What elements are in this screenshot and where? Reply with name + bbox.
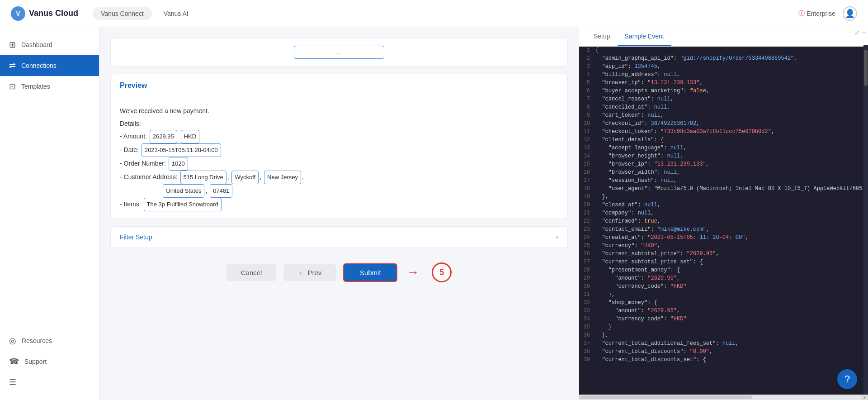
line-content: "confirmed": true, — [595, 218, 868, 224]
line-number: 35 — [579, 324, 595, 330]
preview-content: We've received a new payment. Details: -… — [120, 105, 558, 211]
filter-setup-card: Filter Setup › — [110, 226, 568, 248]
code-line: 29 "amount": "2629.95", — [579, 275, 868, 283]
line-number: 15 — [579, 161, 595, 167]
line-number: 34 — [579, 315, 595, 322]
vertical-scrollbar[interactable] — [863, 45, 868, 395]
sidebar-item-label: Support — [24, 358, 47, 365]
line-content: "current_total_additional_fees_set": nul… — [595, 340, 868, 347]
preview-message: We've received a new payment. — [120, 105, 558, 117]
logo-text: Vanus Cloud — [29, 9, 78, 18]
prev-label: Prev — [307, 269, 321, 276]
line-content: "session_hash": null, — [595, 177, 868, 184]
date-value-tag: 2023-05-15T05:11:28-04:00 — [142, 143, 221, 157]
prev-button[interactable]: ← Prev — [283, 264, 336, 281]
line-content: "amount": "2629.95", — [595, 275, 868, 281]
info-icon: ⓘ — [798, 10, 805, 18]
tab-setup[interactable]: Setup — [586, 27, 618, 46]
sidebar-item-support[interactable]: ☎ Support — [0, 351, 99, 372]
code-line: 8 "cancelled_at": null, — [579, 104, 868, 112]
line-number: 24 — [579, 234, 595, 241]
line-number: 8 — [579, 104, 595, 110]
code-line: 30 "currency_code": "HKD" — [579, 283, 868, 291]
line-number: 5 — [579, 79, 595, 86]
sidebar-item-menu[interactable]: ☰ — [0, 372, 99, 393]
app-logo[interactable]: V Vanus Cloud — [11, 6, 78, 21]
line-number: 39 — [579, 356, 595, 363]
line-number: 1 — [579, 47, 595, 53]
code-line: 35 } — [579, 324, 868, 332]
line-number: 31 — [579, 291, 595, 298]
preview-order-row: - Order Number: 1020 — [120, 157, 558, 171]
code-line: 28 "presentment_money": { — [579, 267, 868, 275]
line-number: 37 — [579, 340, 595, 347]
horizontal-scrollbar[interactable]: › — [579, 395, 868, 400]
line-number: 16 — [579, 169, 595, 176]
code-line: 4 "billing_address": null, — [579, 71, 868, 79]
resize-icon[interactable]: ⤢ — [854, 29, 860, 36]
filter-label: Filter Setup — [120, 233, 152, 241]
order-label: - Order Number: — [120, 160, 166, 167]
code-line: 9 "cart_token": null, — [579, 112, 868, 120]
line-number: 22 — [579, 218, 595, 224]
line-number: 38 — [579, 348, 595, 355]
code-line: 36 }, — [579, 332, 868, 340]
nav-tabs: Vanus Connect Vanus AI — [93, 7, 197, 20]
address-street-tag: 515 Long Drive — [180, 171, 226, 184]
v-scrollbar-thumb[interactable] — [864, 50, 868, 86]
line-number: 13 — [579, 144, 595, 151]
line-content: "currency": "HKD", — [595, 242, 868, 249]
line-content: "app_id": 1354745, — [595, 63, 868, 70]
code-line: 14 "browser_height": null, — [579, 152, 868, 161]
tab-sample-event[interactable]: Sample Event — [618, 27, 671, 46]
line-content: "checkout_id": 36749225361702, — [595, 120, 868, 127]
line-content: "browser_height": null, — [595, 152, 868, 159]
line-content: "company": null, — [595, 210, 868, 216]
line-content: "currency_code": "HKD" — [595, 315, 868, 322]
preview-amount-row: - Amount: 2629.95 HKD — [120, 130, 558, 143]
code-line: 12 "client_details": { — [579, 136, 868, 144]
code-line: 31 }, — [579, 291, 868, 299]
help-button[interactable]: ? — [837, 369, 857, 389]
minimize-icon[interactable]: ─ — [862, 29, 866, 36]
line-number: 36 — [579, 332, 595, 338]
amount-label: - Amount: — [120, 133, 147, 140]
line-number: 33 — [579, 307, 595, 314]
line-content: "cancelled_at": null, — [595, 104, 868, 110]
preview-card: Preview We've received a new payment. De… — [110, 74, 568, 219]
line-number: 30 — [579, 283, 595, 290]
h-scrollbar-thumb[interactable] — [579, 395, 752, 399]
line-content: "billing_address": null, — [595, 71, 868, 78]
line-content: "user_agent": "Mozilla/5.0 (Macintosh; I… — [595, 185, 868, 192]
line-number: 27 — [579, 258, 595, 265]
preview-details-label: Details: — [120, 117, 558, 130]
line-content: "closed_at": null, — [595, 201, 868, 208]
code-line: 10 "checkout_id": 36749225361702, — [579, 120, 868, 128]
nav-tab-connect[interactable]: Vanus Connect — [93, 7, 152, 20]
code-line: 26 "current_subtotal_price": "2629.95", — [579, 250, 868, 258]
line-content: "checkout_token": "733c98c3aa03a7c8b11cc… — [595, 128, 868, 135]
top-navigation: V Vanus Cloud Vanus Connect Vanus AI ⓘ E… — [0, 0, 868, 27]
code-line: 1{ — [579, 47, 868, 55]
code-line: 21 "company": null, — [579, 210, 868, 218]
items-value-tag: The 3p Fulfilled Snowboard — [144, 198, 222, 211]
cancel-button[interactable]: Cancel — [226, 264, 277, 281]
sidebar-item-resources[interactable]: ◎ Resources — [0, 330, 99, 351]
scroll-right-icon[interactable]: › — [861, 395, 868, 400]
code-line: 39 "current_total_discounts_set": { — [579, 356, 868, 364]
line-number: 6 — [579, 87, 595, 94]
template-input[interactable]: ... — [294, 46, 384, 59]
nav-right: ⓘ Enterprise 👤 — [798, 6, 857, 21]
user-avatar[interactable]: 👤 — [843, 6, 857, 21]
address-label: - Customer Address: — [120, 173, 178, 181]
filter-setup-row[interactable]: Filter Setup › — [111, 227, 567, 248]
code-line: 25 "currency": "HKD", — [579, 242, 868, 250]
line-number: 26 — [579, 250, 595, 257]
line-content: "amount": "2629.95", — [595, 307, 868, 314]
nav-tab-ai[interactable]: Vanus AI — [156, 7, 197, 20]
submit-button[interactable]: Submit — [343, 263, 397, 282]
line-content: { — [595, 47, 868, 53]
sidebar-item-templates[interactable]: ⊡ Templates — [0, 76, 99, 97]
sidebar-item-dashboard[interactable]: ⊞ Dashboard — [0, 34, 99, 55]
sidebar-item-connections[interactable]: ⇌ Connections — [0, 55, 99, 76]
